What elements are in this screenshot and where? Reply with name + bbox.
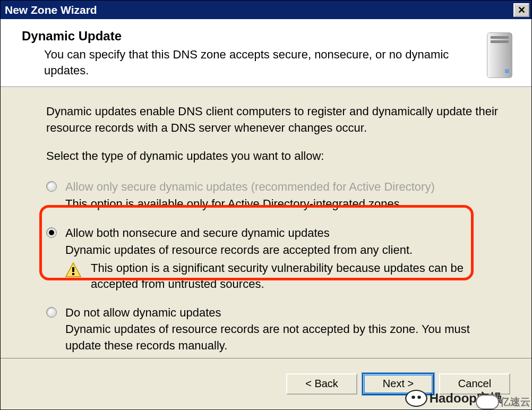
- option-both-warning-text: This option is a significant security vu…: [91, 260, 505, 292]
- option-both-label: Allow both nonsecure and secure dynamic …: [65, 225, 505, 241]
- option-secure-only: Allow only secure dynamic updates (recom…: [46, 179, 505, 212]
- close-icon: ✕: [518, 5, 526, 15]
- option-none-desc: Dynamic updates of resource records are …: [65, 321, 505, 354]
- option-secure-only-label: Allow only secure dynamic updates (recom…: [65, 179, 505, 195]
- intro-text: Dynamic updates enable DNS client comput…: [46, 104, 505, 136]
- wizard-body: Dynamic updates enable DNS client comput…: [1, 87, 531, 358]
- option-both-warning-row: This option is a significant security vu…: [65, 260, 505, 292]
- close-button[interactable]: ✕: [513, 3, 529, 17]
- svg-rect-7: [72, 273, 74, 275]
- server-icon: [478, 29, 521, 82]
- page-subtitle: You can specify that this DNS zone accep…: [22, 47, 473, 78]
- radio-both[interactable]: [46, 227, 57, 238]
- svg-rect-2: [491, 36, 509, 39]
- header-text-block: Dynamic Update You can specify that this…: [22, 29, 473, 78]
- option-both-desc: Dynamic updates of resource records are …: [65, 242, 505, 259]
- radio-none[interactable]: [46, 307, 57, 318]
- wechat-icon: [405, 390, 427, 407]
- cloud-icon: [476, 395, 499, 409]
- warning-icon: [65, 262, 81, 277]
- back-button[interactable]: < Back: [286, 373, 357, 395]
- svg-rect-6: [72, 267, 74, 272]
- option-secure-only-desc: This option is available only for Active…: [65, 196, 505, 212]
- page-title: Dynamic Update: [22, 29, 473, 44]
- option-none-label: Do not allow dynamic updates: [65, 305, 505, 321]
- option-none[interactable]: Do not allow dynamic updates Dynamic upd…: [46, 305, 505, 354]
- select-prompt: Select the type of dynamic updates you w…: [46, 148, 505, 165]
- svg-rect-3: [491, 40, 509, 43]
- svg-rect-4: [505, 69, 509, 73]
- watermark-yisu: 亿速云: [476, 395, 530, 409]
- wizard-header: Dynamic Update You can specify that this…: [1, 19, 531, 87]
- watermark-yisu-text: 亿速云: [500, 395, 530, 409]
- radio-secure-only: [46, 181, 57, 192]
- window-title: New Zone Wizard: [5, 4, 97, 16]
- titlebar: New Zone Wizard ✕: [1, 1, 531, 19]
- option-both[interactable]: Allow both nonsecure and secure dynamic …: [46, 225, 505, 292]
